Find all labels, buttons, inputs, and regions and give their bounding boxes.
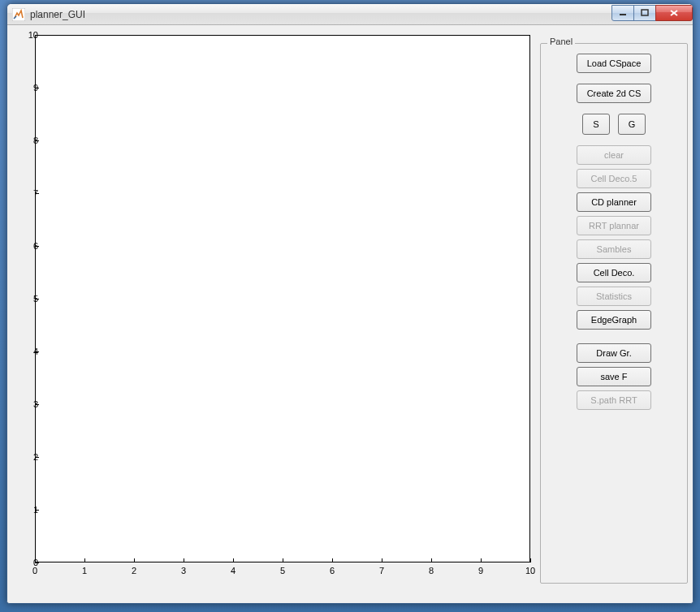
window-controls	[612, 5, 693, 21]
x-tick-label: 5	[280, 566, 285, 575]
s-button[interactable]: S	[582, 114, 610, 135]
y-tick-mark	[35, 457, 39, 458]
maximize-button[interactable]	[633, 5, 656, 21]
panel: Panel Load CSpace Create 2d CS S G clear…	[540, 43, 688, 584]
matlab-icon	[12, 8, 25, 21]
g-button[interactable]: G	[618, 114, 646, 135]
y-tick-mark	[35, 140, 39, 141]
minimize-button[interactable]	[611, 5, 634, 21]
x-tick-mark	[134, 558, 135, 562]
x-tick-mark	[481, 558, 482, 562]
titlebar[interactable]: planner_GUI	[7, 4, 693, 25]
clear-button[interactable]: clear	[577, 145, 651, 165]
x-tick-mark	[84, 558, 85, 562]
window-title: planner_GUI	[30, 9, 612, 20]
x-tick-mark	[332, 558, 333, 562]
load-cspace-button[interactable]: Load CSpace	[577, 54, 651, 73]
y-tick-mark	[35, 404, 39, 405]
save-f-button[interactable]: save F	[577, 367, 651, 386]
create-2d-cs-button[interactable]: Create 2d CS	[577, 84, 651, 103]
x-tick-label: 10	[525, 566, 535, 575]
y-tick-mark	[35, 351, 39, 352]
cell-deco-button[interactable]: Cell Deco.	[577, 263, 651, 282]
close-button[interactable]	[655, 5, 693, 21]
svg-rect-2	[642, 10, 648, 15]
cd-planner-button[interactable]: CD planner	[577, 192, 651, 212]
plot-area: 012345678910012345678910	[12, 30, 537, 598]
y-tick-mark	[35, 88, 39, 88]
x-tick-mark	[382, 558, 382, 562]
x-tick-label: 8	[429, 566, 434, 575]
edge-graph-button[interactable]: EdgeGraph	[577, 310, 651, 330]
x-tick-mark	[184, 558, 184, 562]
x-tick-label: 2	[132, 566, 136, 575]
x-tick-mark	[283, 558, 283, 562]
y-tick-mark	[35, 193, 39, 194]
x-tick-label: 0	[32, 566, 37, 575]
x-tick-mark	[233, 558, 234, 562]
axes[interactable]	[35, 35, 530, 562]
y-tick-mark	[35, 246, 39, 247]
x-tick-mark	[431, 558, 432, 562]
x-tick-label: 7	[379, 566, 384, 575]
x-tick-label: 9	[478, 566, 483, 575]
panel-body: Load CSpace Create 2d CS S G clear Cell …	[541, 44, 687, 420]
rrt-plannar-button[interactable]: RRT plannar	[577, 216, 651, 235]
x-tick-mark	[35, 558, 36, 562]
y-tick-mark	[35, 299, 39, 300]
cell-deco-5-button[interactable]: Cell Deco.5	[577, 169, 651, 188]
y-tick-mark	[35, 35, 39, 36]
sg-row: S G	[582, 114, 646, 135]
client-area: 012345678910012345678910 Panel Load CSpa…	[7, 25, 693, 603]
x-tick-label: 1	[82, 566, 87, 575]
statistics-button[interactable]: Statistics	[577, 287, 651, 306]
y-tick-mark	[35, 562, 39, 563]
app-window: planner_GUI 012345678910012345678910 Pan…	[6, 3, 694, 604]
draw-gr-button[interactable]: Draw Gr.	[577, 343, 651, 363]
x-tick-label: 3	[181, 566, 186, 575]
x-tick-label: 4	[231, 566, 235, 575]
sambles-button[interactable]: Sambles	[577, 239, 651, 259]
y-tick-mark	[35, 510, 39, 511]
panel-legend: Panel	[547, 37, 575, 46]
s-path-rrt-button[interactable]: S.path RRT	[577, 390, 651, 410]
x-tick-mark	[530, 558, 531, 562]
x-tick-label: 6	[330, 566, 335, 575]
